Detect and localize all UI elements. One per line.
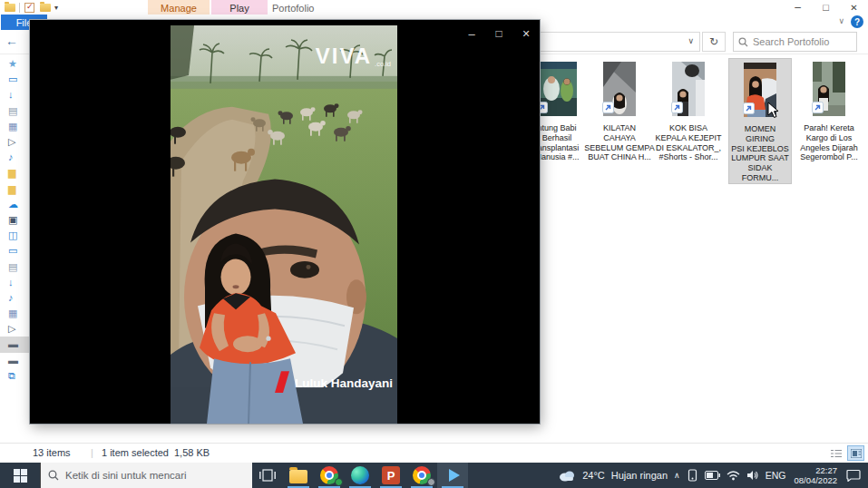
battery-icon[interactable] bbox=[705, 471, 720, 480]
thumbnail-image bbox=[813, 62, 845, 116]
sidebar-item-3d-objects[interactable]: ◫ bbox=[0, 228, 30, 243]
video-thumbnail-item[interactable]: Parah! Kereta Kargo di Los Angeles Dijar… bbox=[791, 58, 867, 162]
sidebar-item-local-disk[interactable]: ▬ bbox=[0, 353, 30, 368]
search-icon bbox=[738, 37, 748, 47]
videos-icon: ▷ bbox=[8, 324, 15, 334]
sidebar-item-quick-access-star[interactable]: ★ bbox=[0, 56, 30, 72]
sidebar-item-downloads[interactable]: ↓ bbox=[0, 275, 30, 290]
video-thumbnail-item[interactable]: KILATAN CAHAYA SEBELUM GEMPA BUAT CHINA … bbox=[581, 58, 658, 162]
explorer-search-input[interactable] bbox=[753, 36, 848, 47]
taskbar-chrome-2[interactable] bbox=[406, 463, 437, 488]
sidebar-item-this-pc[interactable]: ▣ bbox=[0, 212, 30, 228]
sidebar-item-desktop[interactable]: ▭ bbox=[0, 243, 30, 259]
thumbnail-image bbox=[537, 62, 577, 116]
thumbnails-view-button[interactable] bbox=[847, 445, 864, 461]
maximize-button[interactable] bbox=[485, 24, 512, 44]
thumbnail-image bbox=[672, 62, 705, 116]
minimize-button[interactable] bbox=[458, 24, 485, 44]
minimize-button[interactable] bbox=[784, 0, 812, 15]
taskbar-edge[interactable] bbox=[345, 463, 375, 488]
help-button[interactable]: ? bbox=[851, 15, 863, 28]
taskbar-search-box[interactable] bbox=[40, 463, 252, 488]
music-icon: ♪ bbox=[8, 293, 14, 303]
volume-icon[interactable] bbox=[746, 470, 759, 481]
quick-access-star-icon: ★ bbox=[8, 59, 17, 69]
navigation-pane: ★▭↓▤▦▷♪▆▆☁▣◫▭▤↓♪▦▷▬▬⧉ bbox=[0, 56, 30, 443]
tab-manage[interactable]: Manage bbox=[148, 0, 210, 15]
video-thumbnail-item-selected[interactable]: MOMEN GIRING PSI KEJEBLOS LUMPUR SAAT SI… bbox=[728, 58, 792, 184]
search-icon bbox=[48, 470, 59, 481]
sidebar-item-desktop[interactable]: ▭ bbox=[0, 72, 30, 87]
shortcut-arrow-icon bbox=[743, 102, 755, 118]
desktop-icon: ▭ bbox=[8, 74, 17, 84]
this-pc-icon: ▣ bbox=[8, 215, 17, 225]
sidebar-item-folder[interactable]: ▆ bbox=[0, 165, 30, 181]
properties-check-icon[interactable] bbox=[24, 2, 35, 14]
screen: ▾ Manage Play Portofolio File ∨ ? ← ∨ ↻ bbox=[0, 0, 868, 488]
folder-icon[interactable] bbox=[39, 2, 51, 14]
selection-status: 1 item selected bbox=[102, 447, 169, 458]
refresh-button[interactable]: ↻ bbox=[702, 32, 726, 52]
thumbnail-title: MOMEN GIRING PSI KEJEBLOS LUMPUR SAAT SI… bbox=[729, 124, 791, 183]
sidebar-item-local-disk[interactable]: ▬ bbox=[0, 337, 30, 352]
details-view-button[interactable] bbox=[827, 445, 844, 461]
taskbar-search-input[interactable] bbox=[65, 470, 229, 481]
sidebar-item-pictures[interactable]: ▦ bbox=[0, 119, 30, 134]
sidebar-item-onedrive[interactable]: ☁ bbox=[0, 197, 30, 212]
address-dropdown-chevron-icon[interactable]: ∨ bbox=[688, 36, 694, 45]
network-icon: ⧉ bbox=[8, 371, 15, 381]
task-view-button[interactable] bbox=[252, 463, 283, 488]
sidebar-item-folder[interactable]: ▆ bbox=[0, 181, 30, 197]
folder-icon[interactable] bbox=[4, 2, 15, 14]
items-count: 13 items bbox=[33, 447, 71, 458]
thumbnail-title: Parah! Kereta Kargo di Los Angeles Dijar… bbox=[791, 123, 867, 162]
reporter-name-label: Luluk Handayani bbox=[295, 376, 393, 390]
sidebar-item-downloads[interactable]: ↓ bbox=[0, 87, 30, 102]
sidebar-item-pictures[interactable]: ▦ bbox=[0, 306, 30, 321]
start-button[interactable] bbox=[0, 463, 40, 488]
close-button[interactable] bbox=[512, 24, 540, 44]
taskbar-powerpoint[interactable] bbox=[375, 463, 406, 488]
sidebar-item-videos[interactable]: ▷ bbox=[0, 134, 30, 150]
clock-time: 22:27 bbox=[815, 465, 837, 475]
folder-icon: ▆ bbox=[8, 184, 15, 194]
sidebar-item-documents[interactable]: ▤ bbox=[0, 259, 30, 274]
local-disk-icon: ▬ bbox=[8, 356, 18, 366]
chrome-profile-badge bbox=[427, 478, 435, 486]
weather-cloud-icon[interactable] bbox=[558, 469, 576, 482]
sidebar-item-network[interactable]: ⧉ bbox=[0, 368, 30, 384]
ribbon-collapse-chevron-icon[interactable]: ∨ bbox=[838, 16, 844, 25]
explorer-search-box[interactable] bbox=[733, 32, 857, 52]
safely-remove-hardware-icon[interactable] bbox=[687, 469, 698, 482]
taskbar-chrome[interactable] bbox=[314, 463, 345, 488]
taskbar-movies-tv-active[interactable] bbox=[437, 463, 468, 488]
weather-temperature[interactable]: 24°C bbox=[582, 470, 605, 481]
video-content[interactable]: Luluk Handayani VIVA .co.id bbox=[171, 25, 397, 424]
tab-play[interactable]: Play bbox=[211, 0, 268, 15]
selection-size: 1,58 KB bbox=[174, 447, 210, 458]
sidebar-item-documents[interactable]: ▤ bbox=[0, 103, 30, 119]
powerpoint-icon bbox=[382, 466, 400, 484]
customize-toolbar-dropdown-icon[interactable]: ▾ bbox=[54, 5, 58, 12]
shortcut-arrow-icon bbox=[602, 101, 614, 117]
sidebar-item-music[interactable]: ♪ bbox=[0, 150, 30, 165]
maximize-button[interactable] bbox=[812, 0, 840, 15]
language-indicator[interactable]: ENG bbox=[766, 470, 786, 481]
show-hidden-icons-chevron-icon[interactable]: ∧ bbox=[674, 471, 680, 480]
sidebar-item-music[interactable]: ♪ bbox=[0, 290, 30, 306]
sidebar-item-videos[interactable]: ▷ bbox=[0, 321, 30, 337]
documents-icon: ▤ bbox=[8, 262, 17, 272]
player-window-controls bbox=[458, 24, 540, 44]
action-center-icon[interactable] bbox=[846, 469, 861, 482]
back-button[interactable]: ← bbox=[5, 34, 18, 47]
taskbar-file-explorer[interactable] bbox=[283, 463, 314, 488]
wifi-icon[interactable] bbox=[727, 471, 740, 481]
file-explorer-icon bbox=[289, 470, 307, 483]
onedrive-icon: ☁ bbox=[8, 200, 18, 210]
close-button[interactable] bbox=[840, 0, 868, 15]
video-thumbnail-item[interactable]: KOK BISA KEPALA KEJEPIT DI ESKALATOR_, #… bbox=[650, 58, 727, 162]
explorer-titlebar: ▾ Manage Play Portofolio bbox=[0, 0, 868, 15]
local-disk-icon: ▬ bbox=[8, 339, 18, 349]
weather-condition[interactable]: Hujan ringan bbox=[611, 470, 668, 481]
clock[interactable]: 22:27 08/04/2022 bbox=[794, 465, 837, 485]
